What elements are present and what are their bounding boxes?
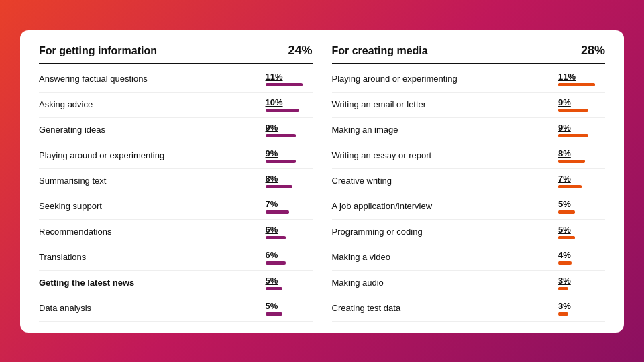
table-row: Writing an email or letter9%	[332, 93, 606, 118]
row-label: Creative writing	[332, 176, 559, 187]
row-pct: 11%	[266, 72, 283, 82]
row-label: Data analysis	[39, 303, 266, 314]
row-right: 9%	[266, 123, 313, 137]
row-pct: 10%	[266, 97, 283, 107]
section-header-info: For getting information24%	[39, 44, 313, 64]
bar	[558, 287, 568, 290]
row-right: 6%	[266, 225, 313, 239]
row-right: 6%	[266, 250, 313, 265]
row-pct: 6%	[266, 250, 278, 260]
row-label: Getting the latest news	[39, 278, 266, 289]
row-right: 8%	[558, 148, 605, 163]
bar	[266, 261, 286, 265]
table-row: Getting the latest news5%	[39, 271, 313, 296]
section-info: For getting information24%Answering fact…	[39, 44, 313, 322]
row-pct: 8%	[266, 174, 278, 184]
row-label: A job application/interview	[332, 201, 559, 213]
bar	[558, 160, 585, 163]
row-label: Translations	[39, 252, 266, 263]
row-pct: 7%	[266, 199, 278, 209]
table-row: Summarising text8%	[39, 169, 313, 194]
row-right: 5%	[266, 276, 313, 290]
row-pct: 9%	[558, 97, 571, 107]
table-wrapper: For getting information24%Answering fact…	[39, 44, 605, 322]
table-row: Creative writing7%	[332, 169, 606, 194]
row-pct: 5%	[266, 276, 278, 286]
row-pct: 3%	[558, 301, 571, 311]
row-label: Seeking support	[39, 201, 266, 213]
row-pct: 6%	[266, 225, 278, 235]
row-label: Answering factual questions	[39, 74, 266, 85]
row-pct: 9%	[558, 123, 571, 133]
bar	[558, 109, 588, 112]
bar	[266, 160, 296, 163]
section-total-pct-info: 24%	[288, 44, 312, 58]
row-right: 5%	[558, 225, 605, 239]
section-media: For creating media28%Playing around or e…	[313, 44, 606, 322]
bar	[558, 83, 595, 86]
row-pct: 7%	[558, 174, 571, 184]
section-total-pct-media: 28%	[581, 44, 605, 58]
bar	[266, 185, 292, 188]
table-row: Recommendations6%	[39, 220, 313, 245]
bar	[558, 210, 575, 214]
row-right: 3%	[558, 276, 605, 290]
table-row: Generating ideas9%	[39, 118, 313, 143]
row-label: Writing an email or letter	[332, 99, 559, 111]
row-label: Creating test data	[332, 303, 559, 314]
row-right: 10%	[266, 97, 313, 112]
table-row: Making a video4%	[332, 245, 606, 271]
row-right: 3%	[558, 301, 605, 316]
table-row: Writing an essay or report8%	[332, 143, 606, 169]
row-pct: 5%	[558, 225, 571, 235]
row-label: Playing around or experimenting	[39, 150, 266, 162]
row-right: 4%	[558, 250, 605, 265]
row-pct: 11%	[558, 72, 576, 82]
row-right: 8%	[266, 174, 313, 188]
section-header-media: For creating media28%	[332, 44, 606, 64]
bar	[558, 236, 575, 239]
bar	[266, 134, 296, 137]
row-label: Making audio	[332, 278, 559, 289]
row-label: Programming or coding	[332, 227, 559, 238]
table-row: Translations6%	[39, 245, 313, 271]
row-pct: 5%	[266, 301, 278, 311]
table-row: Answering factual questions11%	[39, 67, 313, 93]
main-card: For getting information24%Answering fact…	[20, 30, 624, 333]
table-row: Making audio3%	[332, 271, 606, 296]
table-row: Playing around or experimenting9%	[39, 143, 313, 169]
table-row: Data analysis5%	[39, 296, 313, 322]
row-label: Writing an essay or report	[332, 150, 559, 162]
row-label: Summarising text	[39, 176, 266, 187]
row-right: 5%	[558, 199, 605, 214]
bar	[558, 312, 568, 316]
row-right: 11%	[266, 72, 313, 86]
table-row: Asking advice10%	[39, 93, 313, 118]
bar	[266, 109, 299, 112]
bar	[266, 210, 289, 214]
row-right: 9%	[558, 97, 605, 112]
bar	[266, 83, 303, 86]
row-right: 7%	[266, 199, 313, 214]
section-title-info: For getting information	[39, 45, 157, 57]
row-pct: 5%	[558, 199, 571, 209]
row-right: 7%	[558, 174, 605, 188]
row-pct: 4%	[558, 250, 571, 260]
row-right: 9%	[266, 148, 313, 163]
row-label: Asking advice	[39, 99, 266, 111]
bar	[558, 134, 588, 137]
table-row: Creating test data3%	[332, 296, 606, 322]
bar	[558, 185, 582, 188]
table-row: A job application/interview5%	[332, 194, 606, 220]
row-right: 9%	[558, 123, 605, 137]
row-pct: 9%	[266, 123, 278, 133]
row-label: Making an image	[332, 125, 559, 136]
row-pct: 8%	[558, 148, 571, 158]
section-title-media: For creating media	[332, 45, 428, 57]
row-label: Recommendations	[39, 227, 266, 238]
bar	[266, 312, 282, 316]
row-right: 5%	[266, 301, 313, 316]
table-row: Playing around or experimenting11%	[332, 67, 606, 93]
row-pct: 3%	[558, 276, 571, 286]
row-label: Playing around or experimenting	[332, 74, 559, 85]
